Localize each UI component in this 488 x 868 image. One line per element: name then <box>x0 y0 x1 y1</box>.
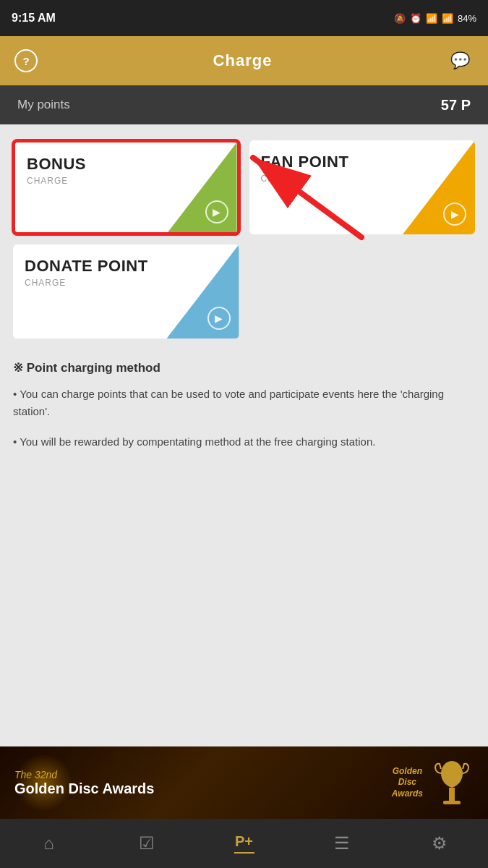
bonus-card-subtitle: CHARGE <box>27 176 86 186</box>
points-bar: My points 57 P <box>0 85 488 124</box>
fanpoint-card-text: FAN POINT CHARGE <box>249 140 361 197</box>
banner-text-area: The 32nd Golden Disc Awards <box>14 769 392 797</box>
banner[interactable]: The 32nd Golden Disc Awards GoldenDiscAw… <box>0 746 488 819</box>
home-icon: ⌂ <box>43 833 54 854</box>
donate-point-card[interactable]: DONATE POINT CHARGE ▶ <box>13 244 239 339</box>
wifi-icon: 📶 <box>426 13 437 24</box>
message-button[interactable]: 💬 <box>448 48 474 74</box>
banner-title: Golden Disc Awards <box>14 780 392 797</box>
trophy-icon <box>430 750 474 815</box>
bonus-arrow-button[interactable]: ▶ <box>205 200 228 224</box>
bottom-nav: ⌂ ☑ P+ ☰ ⚙ <box>0 819 488 868</box>
donate-card-text: DONATE POINT CHARGE <box>13 244 160 301</box>
bonus-card[interactable]: BONUS CHARGE ▶ <box>13 140 239 234</box>
header-title: Charge <box>213 51 273 70</box>
nav-points[interactable]: P+ <box>195 819 293 868</box>
fanpoint-card-title: FAN POINT <box>261 153 349 171</box>
fanpoint-card-subtitle: CHARGE <box>261 174 349 184</box>
check-icon: ☑ <box>139 833 155 854</box>
bonus-triangle <box>165 142 237 234</box>
menu-icon: ☰ <box>334 833 350 854</box>
info-paragraph-2: • You will be rewarded by compentating m… <box>13 433 475 451</box>
donate-card-subtitle: CHARGE <box>25 278 148 288</box>
points-icon: P+ <box>235 833 253 850</box>
banner-logo-text: GoldenDiscAwards <box>392 766 423 800</box>
points-label: My points <box>17 98 70 112</box>
status-icons: 🔕 ⏰ 📶 📶 84% <box>394 13 476 24</box>
info-paragraph-1: • You can charge points that can be used… <box>13 386 475 420</box>
status-bar: 9:15 AM 🔕 ⏰ 📶 📶 84% <box>0 0 488 36</box>
header: ? Charge 💬 <box>0 36 488 85</box>
main-content: BONUS CHARGE ▶ FAN POINT CHARGE ▶ DONATE… <box>0 124 488 339</box>
status-time: 9:15 AM <box>12 12 56 25</box>
fan-point-card[interactable]: FAN POINT CHARGE ▶ <box>249 140 476 234</box>
banner-logo: GoldenDiscAwards <box>392 766 423 800</box>
info-title: ※ Point charging method <box>13 360 475 375</box>
battery-text: 84% <box>458 13 476 24</box>
nav-home[interactable]: ⌂ <box>0 819 98 868</box>
info-section: ※ Point charging method • You can charge… <box>0 339 488 465</box>
banner-ordinal: The 32nd <box>14 769 392 780</box>
mute-icon: 🔕 <box>394 13 406 24</box>
help-button[interactable]: ? <box>14 49 38 72</box>
nav-settings[interactable]: ⚙ <box>390 819 488 868</box>
bonus-card-text: BONUS CHARGE <box>15 142 98 199</box>
signal-icon: 📶 <box>442 13 453 24</box>
svg-rect-2 <box>449 788 455 801</box>
svg-rect-3 <box>443 801 461 804</box>
bonus-card-title: BONUS <box>27 156 86 173</box>
donate-card-title: DONATE POINT <box>25 258 148 275</box>
fanpoint-arrow-button[interactable]: ▶ <box>443 203 466 226</box>
message-icon: 💬 <box>450 51 470 70</box>
nav-menu[interactable]: ☰ <box>293 819 390 868</box>
donate-arrow-button[interactable]: ▶ <box>207 307 231 330</box>
nav-active-indicator <box>234 852 254 854</box>
nav-check[interactable]: ☑ <box>98 819 195 868</box>
alarm-icon: ⏰ <box>410 13 421 24</box>
settings-icon: ⚙ <box>432 833 448 854</box>
points-value: 57 P <box>441 97 471 114</box>
cards-grid: BONUS CHARGE ▶ FAN POINT CHARGE ▶ DONATE… <box>13 140 475 339</box>
help-icon: ? <box>22 55 29 67</box>
